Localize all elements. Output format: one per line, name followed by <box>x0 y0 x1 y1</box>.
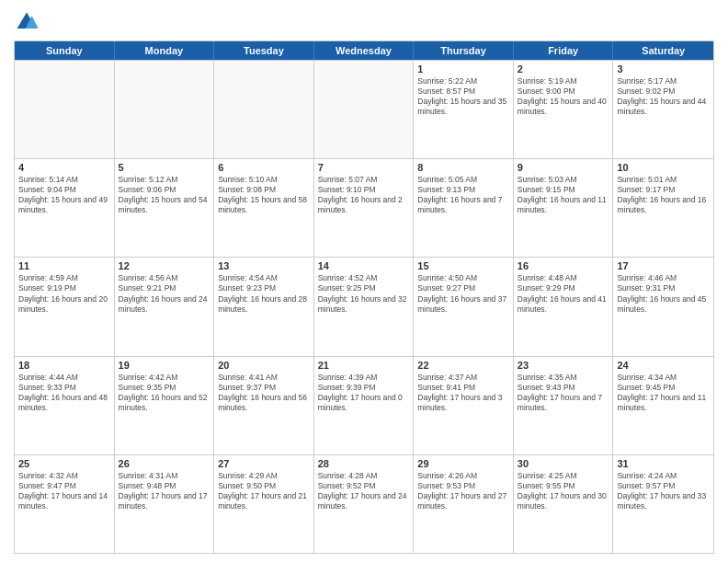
day-info: Sunrise: 5:03 AM Sunset: 9:15 PM Dayligh… <box>518 175 609 215</box>
day-number: 9 <box>518 162 609 173</box>
day-cell-15: 15Sunrise: 4:50 AM Sunset: 9:27 PM Dayli… <box>414 258 514 355</box>
weekday-header-tuesday: Tuesday <box>214 41 314 60</box>
calendar-header: SundayMondayTuesdayWednesdayThursdayFrid… <box>15 41 713 60</box>
day-cell-26: 26Sunrise: 4:31 AM Sunset: 9:48 PM Dayli… <box>115 455 215 553</box>
day-info: Sunrise: 4:41 AM Sunset: 9:37 PM Dayligh… <box>218 373 310 413</box>
weekday-header-monday: Monday <box>115 41 215 60</box>
day-number: 18 <box>18 360 110 371</box>
day-cell-8: 8Sunrise: 5:05 AM Sunset: 9:13 PM Daylig… <box>414 159 514 257</box>
day-cell-22: 22Sunrise: 4:37 AM Sunset: 9:41 PM Dayli… <box>414 357 514 454</box>
day-info: Sunrise: 4:35 AM Sunset: 9:43 PM Dayligh… <box>518 373 609 413</box>
day-info: Sunrise: 4:34 AM Sunset: 9:45 PM Dayligh… <box>617 373 710 413</box>
day-number: 31 <box>617 458 710 469</box>
day-info: Sunrise: 4:26 AM Sunset: 9:53 PM Dayligh… <box>417 471 509 511</box>
day-number: 17 <box>617 260 710 271</box>
day-cell-2: 2Sunrise: 5:19 AM Sunset: 9:00 PM Daylig… <box>514 61 614 158</box>
calendar-body: 1Sunrise: 5:22 AM Sunset: 8:57 PM Daylig… <box>15 60 713 553</box>
day-number: 23 <box>518 360 609 371</box>
day-number: 27 <box>218 458 310 469</box>
weekday-header-wednesday: Wednesday <box>314 41 415 60</box>
day-info: Sunrise: 4:48 AM Sunset: 9:29 PM Dayligh… <box>518 273 609 314</box>
weekday-header-friday: Friday <box>514 41 614 60</box>
day-info: Sunrise: 5:17 AM Sunset: 9:02 PM Dayligh… <box>617 76 710 117</box>
day-cell-9: 9Sunrise: 5:03 AM Sunset: 9:15 PM Daylig… <box>514 159 614 257</box>
day-cell-12: 12Sunrise: 4:56 AM Sunset: 9:21 PM Dayli… <box>115 258 215 355</box>
day-number: 10 <box>617 162 710 173</box>
day-cell-30: 30Sunrise: 4:25 AM Sunset: 9:55 PM Dayli… <box>514 455 614 553</box>
day-info: Sunrise: 4:24 AM Sunset: 9:57 PM Dayligh… <box>617 471 710 511</box>
weekday-header-sunday: Sunday <box>15 41 115 60</box>
day-info: Sunrise: 5:05 AM Sunset: 9:13 PM Dayligh… <box>417 175 509 215</box>
day-cell-21: 21Sunrise: 4:39 AM Sunset: 9:39 PM Dayli… <box>314 357 415 454</box>
day-number: 25 <box>18 458 110 469</box>
day-number: 22 <box>417 360 509 371</box>
day-info: Sunrise: 4:56 AM Sunset: 9:21 PM Dayligh… <box>119 273 210 314</box>
day-cell-4: 4Sunrise: 5:14 AM Sunset: 9:04 PM Daylig… <box>15 159 115 257</box>
day-cell-17: 17Sunrise: 4:46 AM Sunset: 9:31 PM Dayli… <box>613 258 713 355</box>
day-number: 14 <box>318 260 410 271</box>
day-number: 4 <box>18 162 110 173</box>
empty-cell <box>214 61 314 158</box>
logo-icon <box>14 9 40 35</box>
day-number: 1 <box>417 63 509 75</box>
weekday-header-thursday: Thursday <box>414 41 514 60</box>
day-cell-16: 16Sunrise: 4:48 AM Sunset: 9:29 PM Dayli… <box>514 258 614 355</box>
day-info: Sunrise: 4:31 AM Sunset: 9:48 PM Dayligh… <box>119 471 210 511</box>
page: SundayMondayTuesdayWednesdayThursdayFrid… <box>0 0 728 563</box>
day-cell-6: 6Sunrise: 5:10 AM Sunset: 9:08 PM Daylig… <box>214 159 314 257</box>
day-cell-20: 20Sunrise: 4:41 AM Sunset: 9:37 PM Dayli… <box>214 357 314 454</box>
day-info: Sunrise: 5:07 AM Sunset: 9:10 PM Dayligh… <box>318 175 410 215</box>
logo <box>14 9 41 35</box>
day-info: Sunrise: 5:10 AM Sunset: 9:08 PM Dayligh… <box>218 175 310 215</box>
day-number: 2 <box>518 63 609 75</box>
day-cell-5: 5Sunrise: 5:12 AM Sunset: 9:06 PM Daylig… <box>115 159 215 257</box>
empty-cell <box>115 61 215 158</box>
day-number: 21 <box>318 360 410 371</box>
day-info: Sunrise: 5:19 AM Sunset: 9:00 PM Dayligh… <box>518 76 609 117</box>
day-number: 16 <box>518 260 609 271</box>
day-number: 26 <box>119 458 210 469</box>
day-info: Sunrise: 5:01 AM Sunset: 9:17 PM Dayligh… <box>617 175 710 215</box>
day-info: Sunrise: 4:50 AM Sunset: 9:27 PM Dayligh… <box>417 273 509 314</box>
day-cell-14: 14Sunrise: 4:52 AM Sunset: 9:25 PM Dayli… <box>314 258 415 355</box>
day-info: Sunrise: 4:37 AM Sunset: 9:41 PM Dayligh… <box>417 373 509 413</box>
day-cell-19: 19Sunrise: 4:42 AM Sunset: 9:35 PM Dayli… <box>115 357 215 454</box>
day-cell-3: 3Sunrise: 5:17 AM Sunset: 9:02 PM Daylig… <box>613 61 713 158</box>
calendar: SundayMondayTuesdayWednesdayThursdayFrid… <box>14 40 714 554</box>
empty-cell <box>15 61 115 158</box>
empty-cell <box>314 61 415 158</box>
day-number: 8 <box>417 162 509 173</box>
day-cell-13: 13Sunrise: 4:54 AM Sunset: 9:23 PM Dayli… <box>214 258 314 355</box>
day-info: Sunrise: 4:54 AM Sunset: 9:23 PM Dayligh… <box>218 273 310 314</box>
day-cell-28: 28Sunrise: 4:28 AM Sunset: 9:52 PM Dayli… <box>314 455 415 553</box>
day-number: 5 <box>119 162 210 173</box>
day-number: 29 <box>417 458 509 469</box>
day-number: 24 <box>617 360 710 371</box>
day-info: Sunrise: 4:59 AM Sunset: 9:19 PM Dayligh… <box>18 273 110 314</box>
day-number: 13 <box>218 260 310 271</box>
day-info: Sunrise: 4:28 AM Sunset: 9:52 PM Dayligh… <box>318 471 410 511</box>
day-cell-25: 25Sunrise: 4:32 AM Sunset: 9:47 PM Dayli… <box>15 455 115 553</box>
calendar-row-2: 11Sunrise: 4:59 AM Sunset: 9:19 PM Dayli… <box>15 257 713 355</box>
calendar-row-4: 25Sunrise: 4:32 AM Sunset: 9:47 PM Dayli… <box>15 454 713 553</box>
calendar-row-1: 4Sunrise: 5:14 AM Sunset: 9:04 PM Daylig… <box>15 158 713 257</box>
day-number: 3 <box>617 63 710 75</box>
day-info: Sunrise: 4:32 AM Sunset: 9:47 PM Dayligh… <box>18 471 110 511</box>
day-info: Sunrise: 4:25 AM Sunset: 9:55 PM Dayligh… <box>518 471 609 511</box>
day-cell-11: 11Sunrise: 4:59 AM Sunset: 9:19 PM Dayli… <box>15 258 115 355</box>
day-number: 7 <box>318 162 410 173</box>
day-number: 30 <box>518 458 609 469</box>
day-info: Sunrise: 4:29 AM Sunset: 9:50 PM Dayligh… <box>218 471 310 511</box>
day-cell-1: 1Sunrise: 5:22 AM Sunset: 8:57 PM Daylig… <box>414 61 514 158</box>
day-info: Sunrise: 4:42 AM Sunset: 9:35 PM Dayligh… <box>119 373 210 413</box>
day-number: 28 <box>318 458 410 469</box>
weekday-header-saturday: Saturday <box>613 41 713 60</box>
day-info: Sunrise: 4:39 AM Sunset: 9:39 PM Dayligh… <box>318 373 410 413</box>
day-cell-18: 18Sunrise: 4:44 AM Sunset: 9:33 PM Dayli… <box>15 357 115 454</box>
day-number: 12 <box>119 260 210 271</box>
day-number: 19 <box>119 360 210 371</box>
header <box>14 9 714 35</box>
day-number: 11 <box>18 260 110 271</box>
day-cell-7: 7Sunrise: 5:07 AM Sunset: 9:10 PM Daylig… <box>314 159 415 257</box>
day-info: Sunrise: 5:12 AM Sunset: 9:06 PM Dayligh… <box>119 175 210 215</box>
